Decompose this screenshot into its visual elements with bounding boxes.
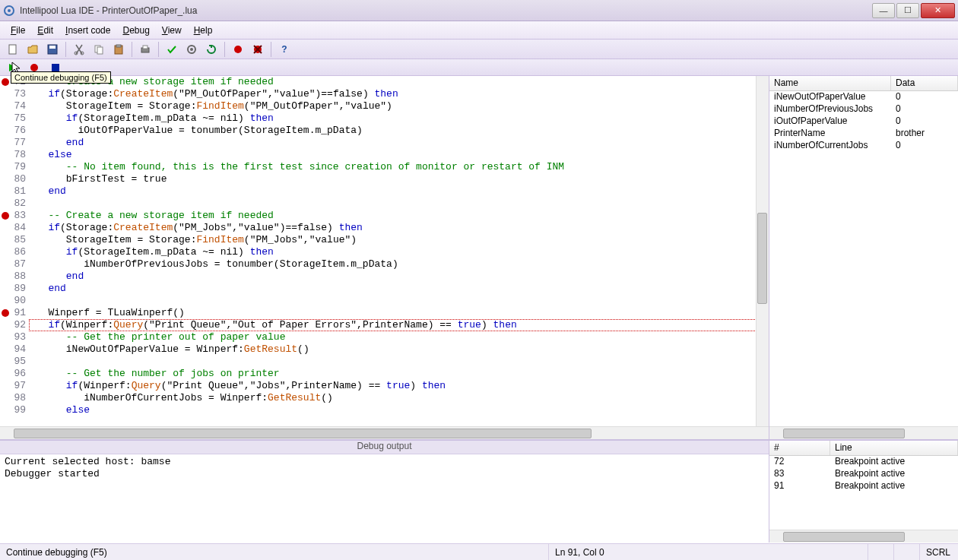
variable-row[interactable]: iNumberOfPreviousJobs0 — [769, 103, 958, 115]
line-number[interactable]: 74 — [0, 100, 26, 112]
gear-button[interactable] — [183, 41, 200, 58]
line-number[interactable]: 86 — [0, 246, 26, 258]
code-line[interactable]: -- Create a new storage item if needed — [29, 210, 769, 222]
paste-button[interactable] — [110, 41, 127, 58]
line-number[interactable]: 92 — [0, 319, 26, 331]
line-number[interactable]: 91 — [0, 307, 26, 319]
breakpoints-col-num[interactable]: # — [769, 441, 830, 455]
line-number[interactable]: 89 — [0, 283, 26, 295]
code-line[interactable]: if(Storage:CreateItem("PM_OutOfPaper","v… — [29, 88, 769, 100]
editor-vertical-scrollbar[interactable] — [756, 76, 769, 426]
copy-button[interactable] — [90, 41, 107, 58]
code-line[interactable]: -- Create a new storage item if needed — [29, 76, 769, 88]
variables-col-data[interactable]: Data — [891, 76, 958, 90]
breakpoint-row[interactable]: 91Breakpoint active — [769, 480, 958, 492]
breakpoint-row[interactable]: 72Breakpoint active — [769, 456, 958, 468]
new-file-button[interactable] — [5, 41, 21, 58]
line-number[interactable]: 79 — [0, 161, 26, 173]
code-line[interactable]: if(StorageItem.m_pData ~= nil) then — [29, 246, 769, 258]
breakpoints-horizontal-scrollbar[interactable] — [769, 530, 958, 543]
menu-insert-code[interactable]: Insert code — [59, 24, 116, 37]
line-gutter[interactable]: 7273747576777879808182838485868788899091… — [0, 76, 29, 426]
code-line[interactable]: end — [29, 137, 769, 149]
line-number[interactable]: 81 — [0, 185, 26, 198]
print-button[interactable] — [137, 41, 154, 58]
breakpoint-add-button[interactable] — [230, 41, 246, 58]
menu-view[interactable]: View — [156, 24, 188, 37]
debug-output-body[interactable]: Current selected host: bamseDebugger sta… — [0, 454, 769, 543]
help-button[interactable]: ? — [276, 41, 293, 58]
variables-body[interactable]: iNewOutOfPaperValue0iNumberOfPreviousJob… — [769, 91, 958, 426]
code-line[interactable]: Winperf = TLuaWinperf() — [29, 307, 769, 319]
code-line[interactable]: if(StorageItem.m_pData ~= nil) then — [29, 112, 769, 125]
refresh-button[interactable] — [203, 41, 220, 58]
line-number[interactable]: 95 — [0, 356, 26, 368]
code-line[interactable]: if(Storage:CreateItem("PM_Jobs","value")… — [29, 222, 769, 234]
code-body[interactable]: -- Create a new storage item if needed i… — [29, 76, 769, 426]
code-line[interactable]: iNumberOfCurrentJobs = Winperf:GetResult… — [29, 392, 769, 404]
code-line[interactable]: iNumberOfPreviousJobs = tonumber(Storage… — [29, 258, 769, 271]
menu-file[interactable]: File — [5, 24, 31, 37]
variable-row[interactable]: PrinterNamebrother — [769, 128, 958, 140]
code-line[interactable]: -- Get the printer out of paper value — [29, 331, 769, 343]
breakpoint-remove-button[interactable] — [249, 41, 266, 58]
menu-help[interactable]: Help — [188, 24, 219, 37]
line-number[interactable]: 90 — [0, 295, 26, 307]
line-number[interactable]: 87 — [0, 258, 26, 271]
editor-horizontal-scrollbar[interactable] — [0, 426, 769, 439]
line-number[interactable]: 97 — [0, 380, 26, 392]
line-number[interactable]: 75 — [0, 112, 26, 125]
close-button[interactable]: ✕ — [921, 3, 955, 18]
line-number[interactable]: 99 — [0, 404, 26, 416]
line-number[interactable]: 88 — [0, 271, 26, 283]
code-line[interactable]: else — [29, 149, 769, 161]
breakpoints-body[interactable]: 72Breakpoint active83Breakpoint active91… — [769, 456, 958, 530]
code-line[interactable]: end — [29, 185, 769, 198]
code-line[interactable] — [29, 295, 769, 307]
line-number[interactable]: 84 — [0, 222, 26, 234]
code-line[interactable]: bFirstTest = true — [29, 173, 769, 185]
breakpoints-header[interactable]: # Line — [769, 441, 958, 456]
open-file-button[interactable] — [24, 41, 41, 58]
line-number[interactable]: 94 — [0, 343, 26, 356]
line-number[interactable]: 98 — [0, 392, 26, 404]
code-area[interactable]: 7273747576777879808182838485868788899091… — [0, 76, 769, 426]
code-line[interactable]: iNewOutOfPaperValue = Winperf:GetResult(… — [29, 343, 769, 356]
variables-col-name[interactable]: Name — [769, 76, 891, 90]
code-line[interactable]: StorageItem = Storage:FindItem("PM_OutOf… — [29, 100, 769, 112]
code-line[interactable]: -- No item found, this is the first test… — [29, 161, 769, 173]
code-line[interactable]: end — [29, 283, 769, 295]
code-line[interactable] — [29, 356, 769, 368]
maximize-button[interactable]: ☐ — [896, 3, 919, 18]
variable-row[interactable]: iNumberOfCurrentJobs0 — [769, 140, 958, 152]
variable-row[interactable]: iNewOutOfPaperValue0 — [769, 91, 958, 103]
breakpoint-row[interactable]: 83Breakpoint active — [769, 468, 958, 480]
menu-debug[interactable]: Debug — [116, 24, 155, 37]
code-line[interactable]: if(Winperf:Query("Print Queue","Out of P… — [29, 319, 769, 331]
code-line[interactable]: end — [29, 271, 769, 283]
code-line[interactable]: StorageItem = Storage:FindItem("PM_Jobs"… — [29, 234, 769, 246]
line-number[interactable]: 77 — [0, 137, 26, 149]
line-number[interactable]: 80 — [0, 173, 26, 185]
save-button[interactable] — [44, 41, 61, 58]
line-number[interactable]: 96 — [0, 368, 26, 380]
line-number[interactable]: 93 — [0, 331, 26, 343]
line-number[interactable]: 78 — [0, 149, 26, 161]
code-line[interactable] — [29, 198, 769, 210]
cut-button[interactable] — [71, 41, 87, 58]
check-button[interactable] — [163, 41, 180, 58]
variables-horizontal-scrollbar[interactable] — [769, 426, 958, 439]
breakpoints-col-line[interactable]: Line — [830, 441, 958, 455]
code-line[interactable]: iOutOfPaperValue = tonumber(StorageItem.… — [29, 125, 769, 137]
line-number[interactable]: 76 — [0, 125, 26, 137]
line-number[interactable]: 85 — [0, 234, 26, 246]
code-line[interactable]: -- Get the number of jobs on printer — [29, 368, 769, 380]
variable-row[interactable]: iOutOfPaperValue0 — [769, 115, 958, 128]
variables-header[interactable]: Name Data — [769, 76, 958, 91]
code-line[interactable]: if(Winperf:Query("Print Queue","Jobs",Pr… — [29, 380, 769, 392]
line-number[interactable]: 82 — [0, 198, 26, 210]
line-number[interactable]: 73 — [0, 88, 26, 100]
code-line[interactable]: else — [29, 404, 769, 416]
menu-edit[interactable]: Edit — [31, 24, 59, 37]
line-number[interactable]: 83 — [0, 210, 26, 222]
